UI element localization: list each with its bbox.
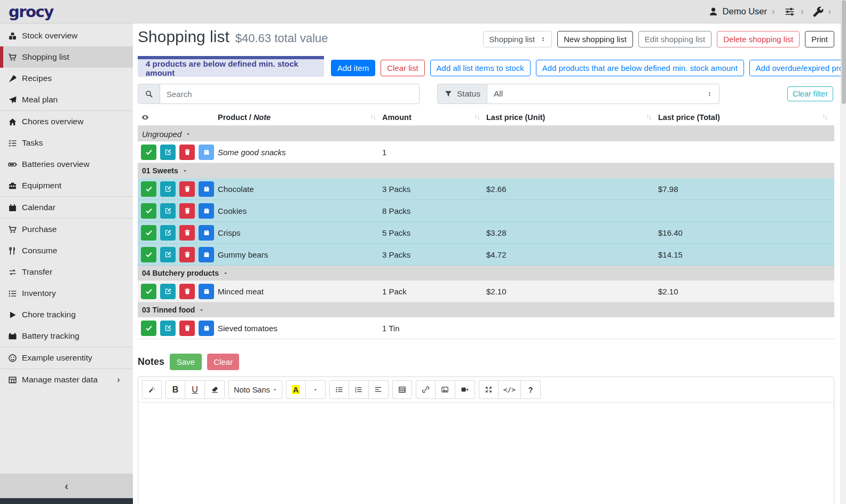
toolbar-group: A [286, 380, 326, 399]
paragraph-button[interactable] [369, 380, 389, 399]
mark-done-button[interactable] [141, 145, 156, 160]
notes-edit-area[interactable] [138, 403, 834, 504]
delete-item-button[interactable] [179, 247, 195, 262]
vertical-scrollbar[interactable] [841, 0, 846, 504]
sidebar-item-battery-tracking[interactable]: Battery tracking [0, 325, 133, 347]
edit-item-button[interactable] [160, 145, 176, 160]
edit-item-button[interactable] [160, 247, 176, 262]
insert-table-button[interactable] [392, 380, 412, 399]
status-select[interactable]: All [487, 84, 720, 104]
insert-video-button[interactable] [455, 380, 475, 399]
search-input[interactable] [160, 84, 420, 104]
sidebar-collapse-button[interactable]: ‹ [0, 474, 133, 498]
add-to-stock-button[interactable] [199, 203, 214, 219]
add-all-to-stock-button[interactable]: Add all list items to stock [430, 60, 531, 76]
edit-item-button[interactable] [160, 284, 176, 299]
group-row-0[interactable]: Ungrouped [138, 126, 834, 141]
font-color-button[interactable]: A [286, 380, 306, 399]
column-header-amount[interactable]: Amount [382, 113, 486, 122]
insert-picture-button[interactable] [436, 380, 455, 399]
settings-sliders-icon[interactable] [784, 6, 796, 17]
sidebar-item-consume[interactable]: Consume [0, 240, 133, 261]
mark-done-button[interactable] [141, 181, 156, 197]
unordered-list-button[interactable] [329, 380, 349, 399]
mark-done-button[interactable] [141, 284, 156, 299]
edit-item-button[interactable] [160, 203, 176, 219]
user-menu[interactable]: Demo User [723, 6, 767, 17]
sidebar-item-manage-master-data[interactable]: Manage master data› [0, 369, 133, 390]
notes-save-button[interactable]: Save [170, 354, 202, 370]
sort-icon[interactable] [821, 114, 829, 121]
notes-clear-button[interactable]: Clear [207, 354, 239, 370]
column-header-total-price[interactable]: Last price (Total) [658, 113, 834, 122]
font-family-button[interactable]: Noto Sans [228, 380, 282, 399]
group-row-2[interactable]: 04 Butchery products [138, 266, 834, 281]
delete-item-button[interactable] [179, 321, 195, 336]
sort-icon[interactable] [369, 114, 377, 121]
code-view-button[interactable]: </> [499, 380, 521, 399]
sidebar-item-equipment[interactable]: Equipment [0, 175, 133, 196]
group-row-3[interactable]: 03 Tinned food [138, 302, 834, 317]
clear-format-button[interactable] [205, 380, 225, 399]
add-below-min-stock-button[interactable]: Add products that are below defined min.… [536, 60, 744, 76]
edit-item-button[interactable] [160, 181, 176, 197]
sidebar-item-stock-overview[interactable]: Stock overview [0, 25, 133, 46]
mark-done-button[interactable] [141, 203, 156, 219]
clear-filter-button[interactable]: Clear filter [787, 86, 833, 101]
delete-item-button[interactable] [179, 181, 195, 197]
font-color-caret-button[interactable] [306, 380, 326, 399]
clear-list-button[interactable]: Clear list [381, 60, 424, 76]
magic-style-button[interactable] [142, 380, 162, 399]
sidebar: Stock overviewShopping listRecipesMeal p… [0, 23, 133, 504]
edit-shopping-list-button[interactable]: Edit shopping list [638, 31, 711, 47]
add-to-stock-button[interactable] [199, 181, 214, 197]
delete-shopping-list-button[interactable]: Delete shopping list [717, 31, 800, 47]
bold-button[interactable]: B [165, 380, 185, 399]
column-header-unit-price[interactable]: Last price (Unit) [486, 113, 658, 122]
shopping-list-select[interactable]: Shopping list [483, 31, 552, 47]
sort-icon[interactable] [473, 114, 481, 121]
mark-done-button[interactable] [141, 225, 156, 241]
sidebar-item-chore-tracking[interactable]: Chore tracking [0, 304, 133, 325]
underline-button[interactable]: U [185, 380, 205, 399]
sidebar-item-calendar[interactable]: Calendar [0, 197, 133, 218]
mark-done-button[interactable] [141, 247, 156, 262]
sidebar-item-transfer[interactable]: Transfer [0, 261, 133, 283]
new-shopping-list-button[interactable]: New shopping list [557, 31, 633, 47]
fullscreen-button[interactable] [479, 380, 499, 399]
add-to-stock-button[interactable] [199, 145, 214, 160]
sidebar-item-chores-overview[interactable]: Chores overview [0, 111, 133, 132]
delete-item-button[interactable] [179, 145, 195, 160]
print-button[interactable]: Print [805, 31, 834, 47]
delete-item-button[interactable] [179, 284, 195, 299]
help-button[interactable]: ? [521, 380, 541, 399]
sidebar-item-purchase[interactable]: Purchase [0, 219, 133, 240]
sidebar-item-inventory[interactable]: Inventory [0, 283, 133, 304]
sidebar-item-example-userentity[interactable]: Example userentity [0, 347, 133, 369]
sidebar-item-meal-plan[interactable]: Meal plan [0, 89, 133, 110]
edit-item-button[interactable] [160, 225, 176, 241]
wrench-icon[interactable] [813, 6, 824, 17]
add-to-stock-button[interactable] [199, 321, 214, 336]
add-to-stock-button[interactable] [199, 247, 214, 262]
group-row-1[interactable]: 01 Sweets [138, 163, 834, 178]
delete-item-button[interactable] [179, 225, 195, 241]
scrollbar-thumb[interactable] [842, 0, 846, 104]
sidebar-item-batteries-overview[interactable]: Batteries overview [0, 154, 133, 175]
sort-icon[interactable] [645, 114, 653, 121]
sidebar-item-shopping-list[interactable]: Shopping list [0, 46, 133, 68]
add-item-button[interactable]: Add item [331, 60, 375, 76]
ordered-list-button[interactable] [349, 380, 369, 399]
edit-item-button[interactable] [160, 321, 176, 336]
add-to-stock-button[interactable] [199, 225, 214, 241]
insert-link-button[interactable] [416, 380, 436, 399]
sidebar-item-tasks[interactable]: Tasks [0, 132, 133, 154]
delete-item-button[interactable] [179, 203, 195, 219]
sidebar-item-recipes[interactable]: Recipes [0, 68, 133, 89]
column-header-product[interactable]: Product / Note [218, 113, 382, 122]
add-to-stock-button[interactable] [199, 284, 214, 299]
add-overdue-button[interactable]: Add overdue/expired products [749, 60, 846, 76]
eye-icon[interactable] [141, 113, 149, 122]
shopping-list-row: Crisps5 Packs$3.28$16.40 [138, 222, 834, 244]
mark-done-button[interactable] [141, 321, 156, 336]
